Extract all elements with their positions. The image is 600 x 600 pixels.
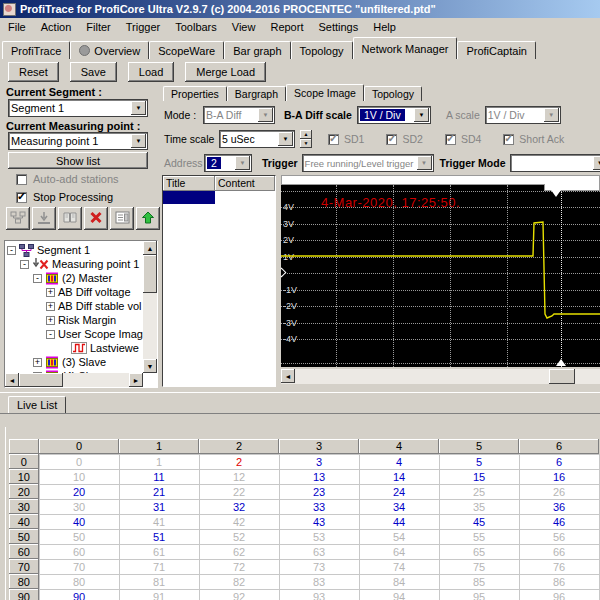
step-down-icon[interactable]: ▼ bbox=[300, 139, 312, 148]
station-cell[interactable]: 0 bbox=[39, 454, 119, 469]
station-cell[interactable]: 25 bbox=[439, 484, 519, 499]
collapse-minus-icon[interactable]: - bbox=[7, 246, 16, 255]
expand-plus-icon[interactable]: + bbox=[46, 316, 55, 325]
station-cell[interactable]: 80 bbox=[39, 574, 119, 589]
upload-button[interactable] bbox=[136, 207, 160, 230]
tree-item-user-scope-imag[interactable]: -User Scope Imag bbox=[7, 327, 143, 341]
merge-load-button[interactable]: Merge Load bbox=[185, 62, 266, 82]
station-cell[interactable]: 43 bbox=[279, 514, 359, 529]
tree-vertical-scrollbar[interactable]: ▲ ▼ bbox=[143, 241, 157, 373]
tab-network-manager[interactable]: Network Manager bbox=[353, 37, 458, 59]
collapse-minus-icon[interactable]: - bbox=[33, 274, 42, 283]
menu-toolbars[interactable]: Toolbars bbox=[175, 21, 217, 33]
delete-button[interactable] bbox=[84, 207, 108, 230]
station-cell[interactable]: 26 bbox=[519, 484, 599, 499]
scroll-left-icon[interactable]: ◄ bbox=[5, 373, 19, 387]
station-cell[interactable]: 95 bbox=[439, 589, 519, 600]
station-cell[interactable]: 52 bbox=[199, 529, 279, 544]
station-cell[interactable]: 3 bbox=[279, 454, 359, 469]
tree-item-ab-diff-voltage[interactable]: +AB Diff voltage bbox=[7, 285, 143, 299]
tab-live-list[interactable]: Live List bbox=[8, 396, 66, 413]
station-cell[interactable]: 56 bbox=[519, 529, 599, 544]
station-cell[interactable]: 92 bbox=[199, 589, 279, 600]
station-cell[interactable]: 74 bbox=[359, 559, 439, 574]
station-cell[interactable]: 1 bbox=[119, 454, 199, 469]
tab-overview[interactable]: Overview bbox=[70, 41, 149, 59]
station-cell[interactable]: 20 bbox=[39, 484, 119, 499]
station-cell[interactable]: 34 bbox=[359, 499, 439, 514]
scroll-down-icon[interactable]: ▼ bbox=[143, 359, 157, 373]
expand-plus-icon[interactable]: + bbox=[46, 288, 55, 297]
stations-button[interactable] bbox=[6, 207, 30, 230]
station-cell[interactable]: 91 bbox=[119, 589, 199, 600]
station-cell[interactable]: 11 bbox=[119, 469, 199, 484]
station-cell[interactable]: 31 bbox=[119, 499, 199, 514]
station-cell[interactable]: 44 bbox=[359, 514, 439, 529]
station-cell[interactable]: 15 bbox=[439, 469, 519, 484]
station-cell[interactable]: 41 bbox=[119, 514, 199, 529]
scroll-thumb[interactable] bbox=[19, 373, 63, 387]
measuring-point-select[interactable]: Measuring point 1 ▼ bbox=[8, 132, 148, 150]
expand-plus-icon[interactable]: + bbox=[33, 358, 42, 367]
chevron-down-icon[interactable]: ▼ bbox=[414, 108, 429, 122]
station-cell[interactable]: 71 bbox=[119, 559, 199, 574]
tree-item-ab-diff-stable-vol[interactable]: +AB Diff stable vol bbox=[7, 299, 143, 313]
station-cell[interactable]: 72 bbox=[199, 559, 279, 574]
station-cell[interactable]: 42 bbox=[199, 514, 279, 529]
library-button[interactable] bbox=[58, 207, 82, 230]
station-cell[interactable]: 53 bbox=[279, 529, 359, 544]
station-cell[interactable]: 5 bbox=[439, 454, 519, 469]
station-cell[interactable]: 10 bbox=[39, 469, 119, 484]
station-cell[interactable]: 70 bbox=[39, 559, 119, 574]
station-cell[interactable]: 86 bbox=[519, 574, 599, 589]
scope-display[interactable]: 4-Mar-2020, 17:25:50. 4V3V2V1V-1V-2V-3V-… bbox=[281, 185, 600, 367]
menu-file[interactable]: File bbox=[8, 21, 26, 33]
station-cell[interactable]: 63 bbox=[279, 544, 359, 559]
station-cell[interactable]: 6 bbox=[519, 454, 599, 469]
station-cell[interactable]: 65 bbox=[439, 544, 519, 559]
station-cell[interactable]: 62 bbox=[199, 544, 279, 559]
station-cell[interactable]: 32 bbox=[199, 499, 279, 514]
station-cell[interactable]: 46 bbox=[519, 514, 599, 529]
station-cell[interactable]: 76 bbox=[519, 559, 599, 574]
tree-item-risk-margin[interactable]: +Risk Margin bbox=[7, 313, 143, 327]
station-cell[interactable]: 50 bbox=[39, 529, 119, 544]
station-cell[interactable]: 21 bbox=[119, 484, 199, 499]
station-cell[interactable]: 40 bbox=[39, 514, 119, 529]
tab-scopeware[interactable]: ScopeWare bbox=[149, 41, 224, 59]
expand-plus-icon[interactable]: + bbox=[46, 302, 55, 311]
menu-help[interactable]: Help bbox=[373, 21, 396, 33]
station-cell[interactable]: 93 bbox=[279, 589, 359, 600]
tree-item-3-slave[interactable]: +(3) Slave bbox=[7, 355, 143, 369]
tab-scope-image[interactable]: Scope Image bbox=[286, 84, 364, 101]
tree-horizontal-scrollbar[interactable]: ◄ ► bbox=[5, 373, 143, 387]
show-list-button[interactable]: Show list bbox=[8, 152, 148, 169]
menu-view[interactable]: View bbox=[232, 21, 256, 33]
tree-item-measuring-point-1[interactable]: -Measuring point 1 bbox=[7, 257, 143, 271]
station-cell[interactable]: 45 bbox=[439, 514, 519, 529]
menu-filter[interactable]: Filter bbox=[86, 21, 110, 33]
chevron-down-icon[interactable]: ▼ bbox=[131, 134, 146, 148]
station-cell[interactable]: 55 bbox=[439, 529, 519, 544]
station-cell[interactable]: 84 bbox=[359, 574, 439, 589]
station-cell[interactable]: 33 bbox=[279, 499, 359, 514]
scope-horizontal-scrollbar[interactable]: ◄ bbox=[281, 369, 600, 384]
station-cell[interactable]: 14 bbox=[359, 469, 439, 484]
station-cell[interactable]: 61 bbox=[119, 544, 199, 559]
station-cell[interactable]: 73 bbox=[279, 559, 359, 574]
collapse-minus-icon[interactable]: - bbox=[20, 260, 29, 269]
tab-bargraph[interactable]: Bargraph bbox=[227, 86, 286, 101]
time-scale-select[interactable]: 5 uSec ▼ bbox=[219, 130, 295, 148]
title-content-list[interactable]: Title Content bbox=[162, 175, 276, 387]
checkbox-box[interactable] bbox=[16, 192, 27, 203]
scroll-thumb[interactable] bbox=[143, 255, 157, 293]
save-button[interactable]: Save bbox=[70, 62, 117, 82]
chevron-down-icon[interactable]: ▼ bbox=[131, 101, 146, 115]
segment-select[interactable]: Segment 1 ▼ bbox=[8, 99, 148, 117]
station-cell[interactable]: 85 bbox=[439, 574, 519, 589]
chevron-down-icon[interactable]: ▼ bbox=[593, 156, 600, 170]
tab-properties[interactable]: Properties bbox=[163, 86, 227, 101]
station-cell[interactable]: 13 bbox=[279, 469, 359, 484]
station-cell[interactable]: 30 bbox=[39, 499, 119, 514]
station-cell[interactable]: 60 bbox=[39, 544, 119, 559]
